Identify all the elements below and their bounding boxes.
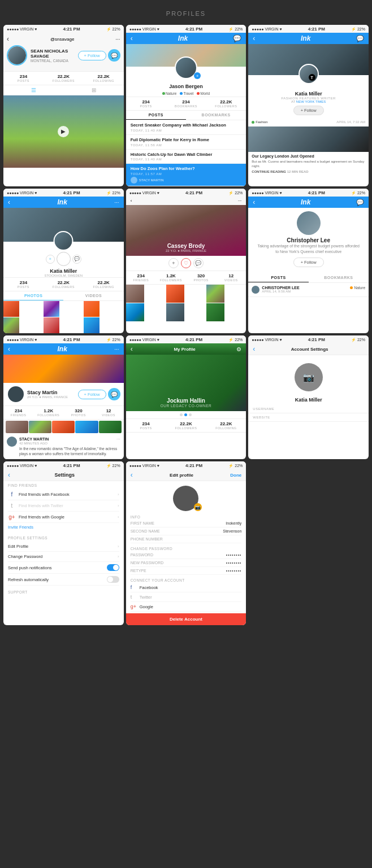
- edit-profile-item[interactable]: Edit Profile ›: [8, 542, 119, 552]
- back-btn-10[interactable]: ‹: [8, 471, 10, 479]
- photo-5-5[interactable]: [166, 303, 184, 321]
- status-bar-7: ●●●●● VIRGIN ♥ 4:21 PM ⚡ 22%: [3, 335, 124, 343]
- second-name-value[interactable]: Stevenson: [223, 529, 241, 533]
- follow-plus-2[interactable]: +: [194, 72, 201, 79]
- card11-nav: ‹ Edit profile Done: [126, 469, 246, 481]
- status-bar-1: ●●●●● VIRGIN ♥ 4:21 PM ⚡ 22%: [3, 25, 124, 33]
- done-btn-11[interactable]: Done: [230, 473, 241, 478]
- fb-friends-item[interactable]: f Find friends with Facebook ›: [8, 489, 119, 500]
- gp-friends-item[interactable]: g+ Find friends with Google ›: [8, 512, 119, 523]
- refresh-toggle[interactable]: [107, 576, 119, 583]
- photo-cell-3[interactable]: [84, 301, 100, 317]
- pw-value[interactable]: ••••••••: [226, 553, 242, 557]
- more-btn-4[interactable]: ···: [114, 199, 119, 206]
- dots-indicator-8: [126, 411, 246, 418]
- photo-5-3[interactable]: [206, 285, 224, 303]
- photo-cell-6[interactable]: [84, 317, 100, 333]
- push-notif-toggle[interactable]: [107, 564, 119, 571]
- post-item-6[interactable]: CHRISTOPHER LEE APRIL 14, 9:56 AM Nature: [248, 283, 369, 297]
- camera-overlay[interactable]: 📷: [194, 503, 202, 511]
- tab-bookmarks-2[interactable]: BOOKMARKS: [186, 111, 246, 120]
- grid-icon[interactable]: ⊞: [92, 87, 96, 93]
- post-2[interactable]: Full Diplomatic Plate for Kerry in Rome …: [126, 135, 246, 150]
- photo-5-2[interactable]: [166, 285, 184, 303]
- strip-2[interactable]: [29, 421, 51, 433]
- first-name-value[interactable]: Inokently: [226, 521, 241, 525]
- chat-icon-6[interactable]: 💬: [356, 199, 364, 206]
- article-title-3: Our Legacy London Just Opened: [248, 152, 369, 159]
- continue-reading-3[interactable]: CONTINUE READING 12 MIN READ: [248, 170, 369, 176]
- photo-cell-4[interactable]: [3, 317, 19, 333]
- strip-4[interactable]: [75, 421, 98, 433]
- follow-btn-7[interactable]: + Follow: [78, 390, 106, 399]
- tab-posts-6[interactable]: POSTS: [248, 273, 308, 282]
- msg-btn-7[interactable]: 💬: [108, 388, 120, 400]
- invite-friends-link[interactable]: Invite Friends: [8, 523, 33, 531]
- back-btn-2[interactable]: ‹: [131, 34, 133, 42]
- photo-5-1[interactable]: [126, 285, 144, 303]
- back-btn-11[interactable]: ‹: [131, 471, 133, 479]
- photo-5-6[interactable]: [206, 303, 224, 321]
- stat-following: 22.2K FOLLOWING: [84, 72, 124, 85]
- back-btn-8[interactable]: ‹: [131, 345, 133, 353]
- back-btn-6[interactable]: ‹: [253, 198, 255, 206]
- gp-connect[interactable]: g+ Google: [131, 602, 242, 612]
- heart-btn-5[interactable]: ♡: [181, 258, 191, 268]
- strip-3[interactable]: [52, 421, 75, 433]
- fb-connect-label: Facebook: [140, 585, 158, 590]
- follow-button[interactable]: + Follow: [78, 51, 106, 60]
- form-username[interactable]: username: [248, 405, 369, 413]
- chat-icon-3[interactable]: 💬: [356, 35, 364, 42]
- follow-btn-6[interactable]: + Follow: [293, 258, 324, 267]
- fb-connect[interactable]: f Facebook: [131, 583, 242, 592]
- video-cover[interactable]: ▶: [3, 95, 124, 168]
- follow-btn-3[interactable]: + Follow: [293, 106, 324, 115]
- more-btn-7[interactable]: ···: [114, 346, 119, 352]
- message-button[interactable]: 💬: [108, 49, 120, 62]
- delete-account-btn[interactable]: Delete Account: [126, 613, 246, 625]
- msg-btn-4[interactable]: 💬: [72, 255, 81, 264]
- new-pw-value[interactable]: ••••••••: [226, 561, 242, 565]
- change-password-item[interactable]: Change Password ›: [8, 552, 119, 562]
- back-button[interactable]: ‹: [7, 35, 9, 43]
- photo-5-4[interactable]: [126, 303, 144, 321]
- back-btn-7[interactable]: ‹: [8, 345, 10, 353]
- camera-avatar-9[interactable]: 📷: [295, 363, 323, 391]
- list-icon[interactable]: ☰: [31, 87, 36, 93]
- pw-field: PASSWORD ••••••••: [131, 551, 242, 559]
- post-4-highlighted[interactable]: How Do Zoos Plan for Weather? TODAY, 11:…: [126, 164, 246, 186]
- strip-1[interactable]: [6, 421, 28, 433]
- tag-row-2: Nature Travel World: [126, 90, 246, 97]
- post-3[interactable]: Historic Catch-Up for Dawn Wall Climber …: [126, 150, 246, 164]
- photo-cell-1[interactable]: [3, 301, 19, 317]
- add-btn-5[interactable]: +: [168, 258, 179, 268]
- more-btn-5[interactable]: ···: [238, 198, 242, 203]
- msg-btn-5[interactable]: 💬: [193, 258, 204, 268]
- settings-btn-8[interactable]: ⚙: [236, 346, 241, 352]
- tab-videos-4[interactable]: VIDEOS: [63, 291, 123, 300]
- add-btn-4[interactable]: +: [46, 255, 55, 264]
- feed-more-7[interactable]: ···: [116, 437, 120, 445]
- tab-photos-4[interactable]: PHOTOS: [3, 291, 63, 300]
- back-btn-4[interactable]: ‹: [8, 198, 10, 206]
- card-stacy-martin: ●●●●● VIRGIN ♥ 4:21 PM ⚡ 22% ‹ Ink ··· S…: [3, 335, 124, 459]
- retype-value[interactable]: ••••••••: [226, 569, 242, 573]
- more-button[interactable]: ···: [115, 36, 120, 42]
- card2-nav: ‹ Ink 💬: [126, 33, 246, 44]
- photo-cell-5[interactable]: [44, 317, 59, 333]
- tab-posts-2[interactable]: POSTS: [126, 111, 186, 120]
- christopher-name: Christopher Lee: [252, 237, 365, 243]
- photo-cell-2[interactable]: [44, 301, 59, 317]
- find-friends-title: FIND FRIENDS: [8, 483, 119, 487]
- chat-icon-2[interactable]: 💬: [233, 34, 241, 42]
- back-btn-3[interactable]: ‹: [253, 34, 255, 42]
- post-1[interactable]: Secret Sneaker Company with Michael Jack…: [126, 120, 246, 135]
- tag-travel: Travel: [180, 91, 193, 95]
- strip-5[interactable]: [99, 421, 122, 433]
- back-btn-5[interactable]: ‹: [131, 198, 132, 203]
- avatar-6: [297, 211, 321, 235]
- back-btn-9[interactable]: ‹: [253, 345, 255, 353]
- tab-bookmarks-6[interactable]: BOOKMARKS: [309, 273, 369, 282]
- form-website[interactable]: Website: [248, 413, 369, 422]
- play-button[interactable]: ▶: [58, 126, 69, 137]
